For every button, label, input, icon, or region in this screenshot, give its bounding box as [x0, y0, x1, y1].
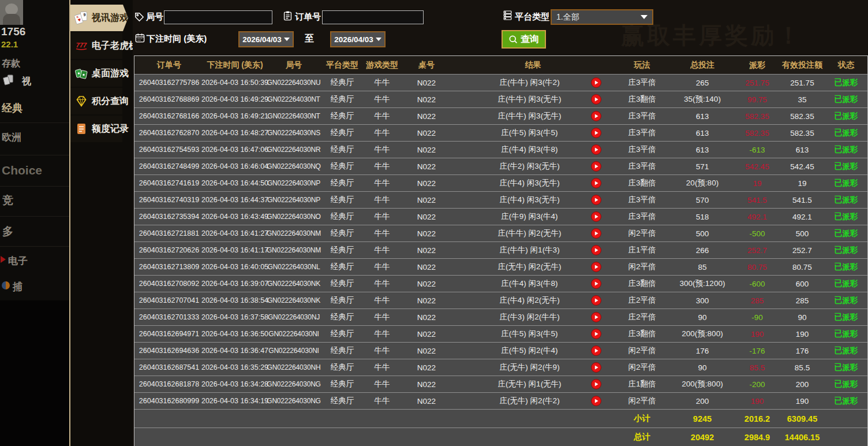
result-cell: 庄(牛4) 闲3(牛8): [452, 276, 614, 292]
fishing-icon: [2, 281, 10, 289]
menu-item-table-games[interactable]: 桌面游戏: [70, 60, 122, 87]
game-category-menu: 9 K ♥ 视讯游戏 777 电子老虎机: [69, 0, 133, 446]
replay-play-button[interactable]: [591, 312, 601, 322]
result-cell: 庄(牛2) 闲3(无牛): [452, 158, 614, 174]
platform-cell: 经典厅: [321, 108, 363, 124]
payout-cell: 80.75: [735, 259, 780, 275]
bonus-amount: 22.1: [1, 39, 18, 49]
result-cell: 庄(无牛) 闲2(无牛): [452, 259, 614, 275]
date-to-picker[interactable]: 2026/04/03: [330, 31, 386, 47]
platform-cell: 经典厅: [321, 75, 363, 91]
calendar-icon: [134, 32, 145, 43]
payout-cell: 541.5: [735, 192, 780, 208]
platform-type-select[interactable]: 1.全部: [551, 9, 653, 25]
round-number-cell: GN022264030NP: [266, 192, 321, 208]
result-text: 庄(无牛) 闲2(无牛): [452, 262, 591, 272]
table-number-cell: N022: [401, 376, 452, 392]
result-cell: 庄(牛5) 闲3(牛5): [452, 326, 614, 342]
result-text: 庄(无牛) 闲2(牛2): [452, 396, 591, 406]
replay-play-button[interactable]: [591, 228, 601, 239]
play-icon: [591, 94, 601, 105]
bet-time-cell: 2026-04-03 16:50:39: [204, 75, 266, 91]
payout-cell: 582.35: [735, 108, 780, 124]
status-badge: 已派彩: [825, 192, 867, 208]
column-header: 结果: [452, 56, 614, 74]
status-badge: 已派彩: [825, 108, 867, 124]
payout-cell: -176: [735, 343, 780, 359]
game-type-cell: 牛牛: [363, 91, 401, 107]
payout-cell: 582.35: [735, 125, 780, 141]
summary-payout: 2984.9: [735, 428, 780, 446]
column-header: 状态: [825, 56, 867, 74]
result-cell: 庄(牛9) 闲3(牛4): [452, 209, 614, 225]
replay-play-button[interactable]: [591, 178, 601, 188]
menu-item-quota-records[interactable]: 额度记录: [70, 116, 122, 142]
table-row: 260403162701333 2026-04-03 16:37:58 GN02…: [134, 309, 867, 325]
summary-payout: 2016.2: [735, 410, 780, 428]
replay-play-button[interactable]: [591, 262, 601, 272]
order-number-cell: 260403162701333: [134, 309, 204, 325]
platform-cell: 经典厅: [321, 376, 363, 392]
round-number-cell: GN022264030NT: [266, 91, 321, 107]
replay-play-button[interactable]: [591, 396, 601, 406]
search-button[interactable]: 查询: [502, 30, 546, 49]
total-bet-cell: 176: [670, 343, 735, 359]
order-number-cell: 260403162687541: [134, 359, 204, 376]
platform-cell: 经典厅: [321, 91, 363, 107]
replay-play-button[interactable]: [591, 144, 601, 155]
bet-time-cell: 2026-04-03 16:36:50: [204, 326, 266, 342]
play-type-cell: 庄3平倍: [614, 192, 670, 208]
result-cell: 庄(牛3) 闲2(牛牛): [452, 309, 614, 325]
play-icon: [591, 144, 601, 155]
table-row: 260403162740319 2026-04-03 16:44:37 GN02…: [134, 191, 867, 208]
replay-play-button[interactable]: [591, 362, 601, 373]
total-bet-cell: 613: [670, 108, 735, 124]
table-number-cell: N022: [401, 242, 452, 258]
game-type-cell: 牛牛: [363, 209, 401, 225]
nav-esports-partial: 电子: [8, 254, 28, 267]
column-header: 局号: [266, 56, 321, 74]
total-bet-cell: 35(预:140): [670, 91, 735, 107]
payout-cell: 252.7: [735, 242, 780, 258]
replay-play-button[interactable]: [591, 345, 601, 356]
order-number-input[interactable]: [322, 10, 424, 24]
game-type-cell: 牛牛: [363, 376, 401, 392]
summary-row: 小计 9245 2016.2 6309.45: [134, 409, 867, 428]
valid-bet-cell: 542.45: [780, 158, 825, 174]
menu-item-label: 积分查询: [92, 95, 129, 107]
replay-play-button[interactable]: [591, 128, 601, 138]
status-badge: 已派彩: [825, 158, 867, 174]
bet-time-cell: 2026-04-03 16:49:21: [204, 108, 266, 124]
replay-play-button[interactable]: [591, 77, 601, 88]
replay-play-button[interactable]: [591, 211, 601, 222]
replay-play-button[interactable]: [591, 195, 601, 205]
total-bet-cell: 518: [670, 209, 735, 225]
replay-play-button[interactable]: [591, 94, 601, 105]
result-cell: 庄(牛牛) 闲3(牛2): [452, 75, 614, 91]
menu-item-points-query[interactable]: 积分查询: [70, 88, 122, 114]
table-number-cell: N022: [401, 209, 452, 225]
replay-play-button[interactable]: [591, 379, 601, 389]
svg-text:9: 9: [84, 13, 86, 17]
platform-cell: 经典厅: [321, 326, 363, 342]
round-number-input[interactable]: [164, 10, 272, 24]
play-icon: [591, 262, 601, 272]
date-from-picker[interactable]: 2026/04/03: [238, 31, 294, 47]
deposit-label: 存款: [2, 58, 20, 70]
replay-play-button[interactable]: [591, 111, 601, 121]
total-bet-cell: 90: [670, 359, 735, 376]
menu-item-video-games[interactable]: 9 K ♥ 视讯游戏: [70, 5, 128, 31]
divider: [0, 122, 69, 123]
status-badge: 已派彩: [825, 359, 867, 376]
bet-time-cell: 2026-04-03 16:39:07: [204, 276, 266, 292]
menu-item-slots[interactable]: 777 电子老虎机: [70, 32, 122, 59]
replay-play-button[interactable]: [591, 278, 601, 289]
replay-play-button[interactable]: [591, 245, 601, 255]
bet-time-label: 下注时间 (美东): [147, 34, 207, 44]
total-bet-cell: 613: [670, 142, 735, 158]
game-type-cell: 牛牛: [363, 158, 401, 174]
replay-play-button[interactable]: [591, 295, 601, 306]
replay-play-button[interactable]: [591, 161, 601, 172]
replay-play-button[interactable]: [591, 329, 601, 339]
table-number-cell: N022: [401, 309, 452, 325]
